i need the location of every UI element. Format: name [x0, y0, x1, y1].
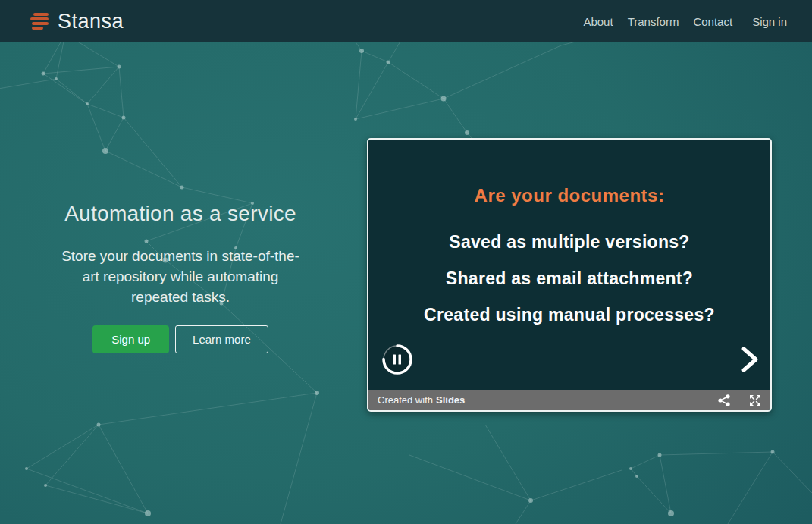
hero-subtitle: Store your documents in state-of-the-art… [59, 246, 302, 307]
footer-icons [717, 394, 761, 407]
sign-up-button[interactable]: Sign up [92, 325, 169, 353]
chevron-right-icon [740, 344, 760, 375]
slides-footer-bar: Created withSlides [368, 390, 770, 410]
slides-brand-text: Slides [436, 394, 465, 406]
slide-line: Shared as email attachment? [368, 268, 770, 289]
brand-name: Stansa [58, 10, 124, 33]
logo-icon [30, 13, 50, 30]
slides-embed-widget: Are your documents: Saved as multiple ve… [367, 138, 772, 412]
fullscreen-button[interactable] [749, 394, 761, 406]
page-title: Automation as a service [59, 202, 302, 226]
header: Stansa About Transform Contact Sign in [0, 0, 812, 42]
learn-more-button[interactable]: Learn more [175, 325, 268, 353]
share-icon [717, 394, 731, 407]
main-nav: About Transform Contact Sign in [583, 15, 787, 28]
nav-transform[interactable]: Transform [628, 15, 679, 28]
brand[interactable]: Stansa [30, 10, 124, 33]
slide-area: Are your documents: Saved as multiple ve… [368, 140, 770, 390]
nav-sign-in[interactable]: Sign in [752, 15, 787, 28]
created-with-label: Created withSlides [378, 394, 465, 406]
slide-line: Created using manual processes? [368, 304, 770, 325]
fullscreen-icon [749, 394, 761, 406]
landing-page: Stansa About Transform Contact Sign in A… [0, 0, 812, 524]
cta-row: Sign up Learn more [59, 325, 302, 353]
slide-line: Saved as multiple versions? [368, 231, 770, 253]
hero-copy: Automation as a service Store your docum… [59, 202, 302, 353]
created-with-text: Created with [378, 394, 433, 406]
nav-about[interactable]: About [583, 15, 613, 28]
slide-body: Saved as multiple versions? Shared as em… [368, 231, 770, 325]
share-button[interactable] [717, 394, 731, 407]
nav-contact[interactable]: Contact [693, 15, 732, 28]
next-slide-button[interactable] [740, 344, 760, 375]
pause-icon [381, 343, 414, 376]
pause-button[interactable] [381, 343, 414, 376]
slide-title: Are your documents: [368, 185, 770, 206]
